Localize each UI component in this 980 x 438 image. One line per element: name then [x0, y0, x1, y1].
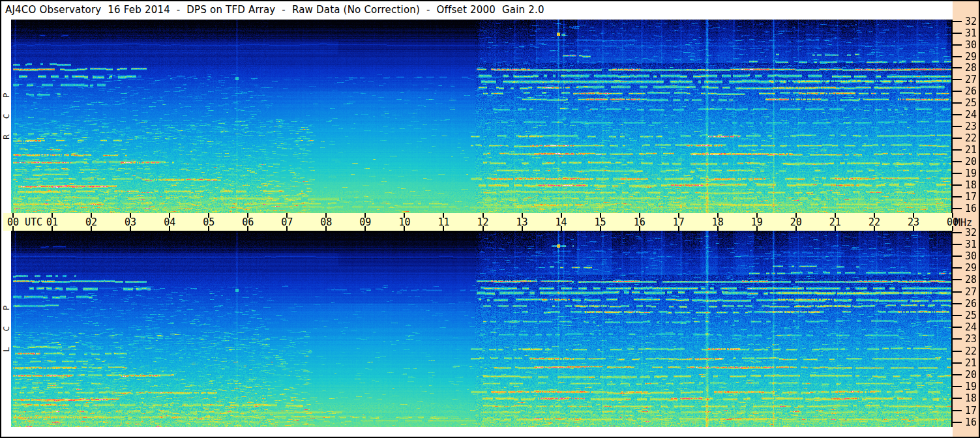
freq-label: 24 [965, 110, 977, 120]
freq-label: 22 [965, 133, 977, 143]
freq-label: 16 [965, 417, 977, 428]
freq-tick [951, 422, 962, 423]
freq-tick [951, 138, 962, 139]
freq-label: 24 [965, 322, 977, 332]
freq-label: 29 [965, 51, 977, 62]
freq-label: 30 [965, 251, 977, 261]
freq-tick [951, 208, 962, 209]
freq-tick [951, 267, 962, 269]
freq-tick [951, 244, 962, 245]
freq-tick [951, 149, 962, 151]
freq-tick [951, 362, 962, 364]
freq-label: 22 [965, 346, 977, 357]
hour-label: 17 [670, 217, 687, 227]
freq-label: 21 [965, 145, 977, 155]
freq-label: 16 [965, 203, 977, 214]
freq-tick [951, 279, 962, 280]
hour-label: 21 [827, 217, 844, 227]
freq-tick [951, 303, 962, 304]
freq-tick [951, 291, 962, 293]
hour-label: 08 [318, 217, 334, 227]
hour-label: 15 [592, 217, 609, 227]
hour-label: 00 [944, 217, 961, 227]
freq-label: 21 [965, 358, 977, 368]
hour-label: 00 [5, 217, 22, 227]
freq-label: 27 [965, 74, 977, 85]
spectrogram-rcp-canvas [11, 20, 953, 213]
freq-label: 31 [965, 239, 977, 250]
freq-tick [951, 374, 962, 375]
hour-label: 13 [514, 217, 531, 227]
freq-label: 27 [965, 287, 977, 297]
freq-tick [951, 196, 962, 197]
freq-label: 31 [965, 28, 977, 38]
freq-label: 20 [965, 156, 977, 167]
freq-label: 17 [965, 192, 977, 202]
hour-label: 16 [631, 217, 648, 227]
freq-label: 26 [965, 299, 977, 309]
freq-tick [951, 232, 962, 233]
hour-label: 02 [83, 217, 100, 227]
freq-label: 23 [965, 334, 977, 344]
freq-label: 30 [965, 40, 977, 50]
hour-label: 14 [553, 217, 570, 227]
hour-label: 10 [396, 217, 413, 227]
freq-tick [951, 44, 962, 46]
freq-tick [951, 67, 962, 68]
utc-unit-label: UTC [25, 217, 42, 227]
freq-tick [951, 327, 962, 328]
freq-label: 18 [965, 393, 977, 403]
freq-tick [951, 21, 962, 22]
freq-label: 19 [965, 381, 977, 392]
freq-tick [951, 351, 962, 352]
hour-label: 09 [357, 217, 374, 227]
freq-tick [951, 184, 962, 186]
hour-label: 20 [788, 217, 805, 227]
hour-label: 06 [239, 217, 256, 227]
freq-tick [951, 256, 962, 257]
freq-tick [951, 398, 962, 399]
hour-label: 11 [435, 217, 452, 227]
rcp-polarization-label: RCP [1, 20, 11, 213]
hour-label: 19 [749, 217, 765, 227]
freq-tick [951, 173, 962, 174]
freq-tick [951, 79, 962, 80]
freq-tick [951, 126, 962, 127]
freq-label: 32 [965, 227, 977, 238]
hour-label: 18 [709, 217, 726, 227]
freq-label: 28 [965, 63, 977, 73]
freq-tick [951, 33, 962, 34]
freq-tick [951, 56, 962, 57]
freq-tick [951, 410, 962, 411]
hour-label: 04 [161, 217, 178, 227]
hour-label: 23 [905, 217, 922, 227]
freq-label: 19 [965, 168, 977, 179]
freq-label: 26 [965, 86, 977, 96]
hour-label: 05 [200, 217, 217, 227]
app-window: AJ4CO Observatory 16 Feb 2014 - DPS on T… [0, 0, 980, 438]
freq-label: 18 [965, 180, 977, 190]
freq-tick [951, 338, 962, 340]
freq-label: 23 [965, 121, 977, 132]
freq-label: 20 [965, 370, 977, 380]
freq-tick [951, 161, 962, 162]
lcp-polarization-label: LCP [1, 231, 11, 427]
hour-label: 03 [122, 217, 139, 227]
freq-label: 25 [965, 98, 977, 108]
hour-label: 01 [44, 217, 61, 227]
hour-label: 22 [866, 217, 883, 227]
hour-label: 07 [278, 217, 295, 227]
freq-label: 25 [965, 310, 977, 321]
freq-tick [951, 114, 962, 115]
freq-label: 17 [965, 405, 977, 416]
freq-tick [951, 91, 962, 92]
freq-tick [951, 315, 962, 316]
freq-label: 29 [965, 263, 977, 273]
hour-label: 12 [475, 217, 492, 227]
freq-tick [951, 102, 962, 104]
freq-label: 28 [965, 274, 977, 285]
spectrogram-lcp-canvas [11, 231, 953, 427]
freq-label: 32 [965, 16, 977, 27]
freq-tick [951, 386, 962, 387]
title-text: AJ4CO Observatory 16 Feb 2014 - DPS on T… [5, 2, 544, 18]
